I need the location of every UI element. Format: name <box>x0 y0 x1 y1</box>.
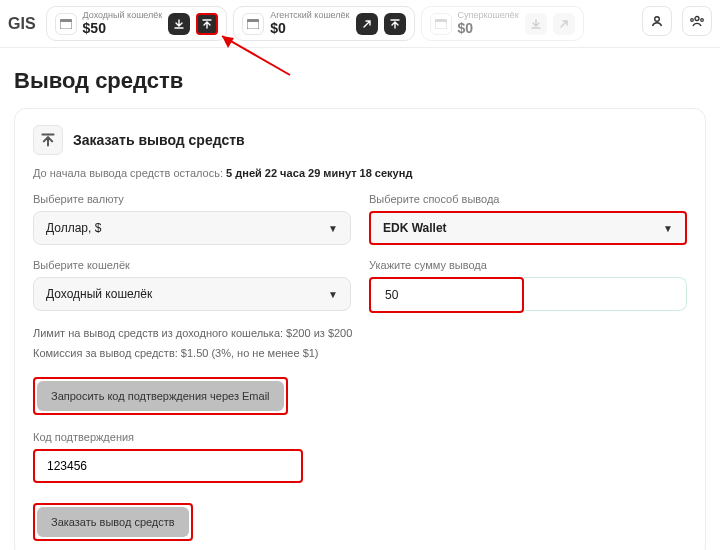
wallet-amount: $0 <box>270 21 349 36</box>
method-label: Выберите способ вывода <box>369 193 687 205</box>
request-code-button[interactable]: Запросить код подтверждения через Email <box>37 381 284 411</box>
wallet-label: Выберите кошелёк <box>33 259 351 271</box>
wallet-icon <box>242 13 264 35</box>
code-input[interactable] <box>37 453 299 479</box>
svg-rect-14 <box>247 21 259 29</box>
withdraw-panel-icon <box>33 125 63 155</box>
deposit-icon[interactable] <box>168 13 190 35</box>
topbar: GIS Доходный кошелёк $50 Агентский кошел… <box>0 0 720 48</box>
wallet-amount: $50 <box>83 21 163 36</box>
chevron-down-icon: ▼ <box>328 223 338 234</box>
countdown-prefix: До начала вывода средств осталось: <box>33 167 223 179</box>
page-title: Вывод средств <box>14 68 706 94</box>
svg-point-20 <box>691 19 694 22</box>
svg-rect-15 <box>247 19 259 22</box>
logo: GIS <box>8 6 40 41</box>
wallet-icon <box>55 13 77 35</box>
svg-rect-12 <box>60 21 72 29</box>
wallet-icon <box>430 13 452 35</box>
profile-button[interactable] <box>642 6 672 36</box>
method-value: EDK Wallet <box>383 221 447 235</box>
code-label: Код подтверждения <box>33 431 687 443</box>
svg-point-21 <box>701 19 704 22</box>
transfer-out-icon[interactable] <box>553 13 575 35</box>
svg-point-19 <box>695 17 699 21</box>
submit-withdraw-button[interactable]: Заказать вывод средств <box>37 507 189 537</box>
transfer-out-icon[interactable] <box>356 13 378 35</box>
wallet-amount: $0 <box>458 21 519 36</box>
withdraw-icon[interactable] <box>384 13 406 35</box>
withdraw-icon[interactable] <box>196 13 218 35</box>
svg-rect-13 <box>60 19 72 22</box>
amount-label: Укажите сумму вывода <box>369 259 687 271</box>
wallet-card-agent: Агентский кошелёк $0 <box>233 6 414 41</box>
chevron-down-icon: ▼ <box>328 289 338 300</box>
svg-point-18 <box>655 17 660 22</box>
currency-value: Доллар, $ <box>46 221 101 235</box>
wallet-card-income: Доходный кошелёк $50 <box>46 6 228 41</box>
countdown-line: До начала вывода средств осталось: 5 дне… <box>33 167 687 179</box>
wallet-card-super: Суперкошелёк $0 <box>421 6 584 41</box>
svg-rect-16 <box>435 21 447 29</box>
deposit-icon[interactable] <box>525 13 547 35</box>
method-select[interactable]: EDK Wallet ▼ <box>369 211 687 245</box>
currency-label: Выберите валюту <box>33 193 351 205</box>
team-button[interactable] <box>682 6 712 36</box>
wallet-value: Доходный кошелёк <box>46 287 152 301</box>
amount-input[interactable] <box>373 281 520 309</box>
panel-title: Заказать вывод средств <box>73 132 245 148</box>
currency-select[interactable]: Доллар, $ ▼ <box>33 211 351 245</box>
chevron-down-icon: ▼ <box>663 223 673 234</box>
fee-line: Комиссия за вывод средств: $1.50 (3%, но… <box>33 347 687 359</box>
svg-rect-17 <box>435 19 447 22</box>
wallet-select[interactable]: Доходный кошелёк ▼ <box>33 277 351 311</box>
limit-line: Лимит на вывод средств из доходного коше… <box>33 327 687 339</box>
countdown-value: 5 дней 22 часа 29 минут 18 секунд <box>226 167 412 179</box>
withdraw-panel: Заказать вывод средств До начала вывода … <box>14 108 706 550</box>
